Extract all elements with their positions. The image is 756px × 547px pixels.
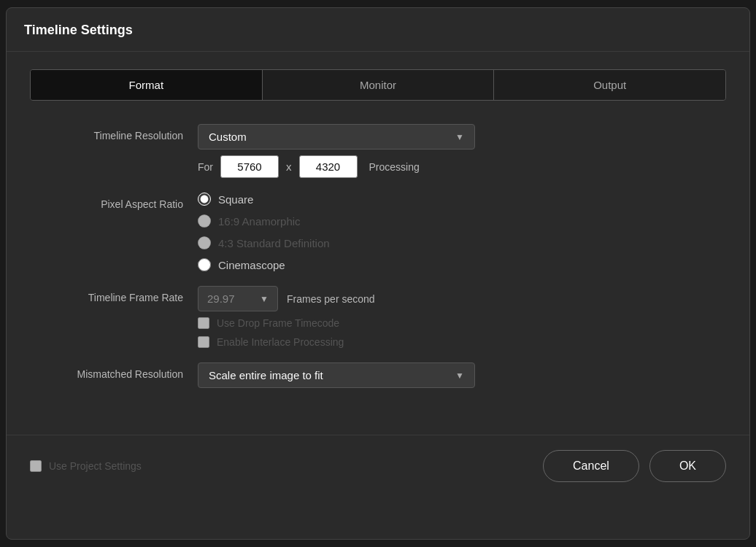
tab-monitor[interactable]: Monitor — [263, 70, 495, 100]
radio-square-input[interactable] — [198, 193, 211, 206]
radio-anamorphic-label: 16:9 Anamorphic — [218, 215, 301, 228]
radio-cinemascope-label: Cinemascope — [218, 259, 285, 271]
radio-square[interactable]: Square — [198, 193, 726, 206]
resolution-x-separator: x — [286, 160, 292, 173]
mismatched-resolution-label: Mismatched Resolution — [30, 362, 198, 380]
radio-square-label: Square — [218, 193, 253, 206]
footer-buttons: Cancel OK — [543, 450, 726, 482]
radio-anamorphic-input — [198, 214, 211, 228]
use-drop-frame-checkbox — [198, 317, 209, 329]
resolution-for-label: For — [198, 161, 213, 173]
dialog-footer: Use Project Settings Cancel OK — [7, 435, 749, 497]
timeline-resolution-row: Timeline Resolution Custom ▼ For x Proce… — [30, 124, 726, 178]
tab-format[interactable]: Format — [31, 70, 263, 100]
radio-standard-def: 4:3 Standard Definition — [198, 236, 726, 249]
frame-rate-value: 29.97 — [207, 292, 235, 305]
use-project-settings-label: Use Project Settings — [49, 460, 142, 472]
ok-button[interactable]: OK — [649, 450, 726, 482]
dialog-title: Timeline Settings — [7, 8, 749, 52]
timeline-frame-rate-controls: 29.97 ▼ Frames per second Use Drop Frame… — [198, 286, 726, 348]
enable-interlace-item: Enable Interlace Processing — [198, 336, 726, 348]
radio-standard-def-label: 4:3 Standard Definition — [218, 237, 330, 249]
tab-output[interactable]: Output — [494, 70, 725, 100]
radio-cinemascope-input[interactable] — [198, 258, 211, 271]
radio-cinemascope[interactable]: Cinemascope — [198, 258, 726, 271]
timeline-frame-rate-label: Timeline Frame Rate — [30, 286, 198, 303]
resolution-width-input[interactable] — [220, 155, 279, 178]
pixel-aspect-ratio-controls: Square 16:9 Anamorphic 4:3 Standard Defi… — [198, 193, 726, 271]
use-project-settings-container: Use Project Settings — [30, 460, 543, 472]
resolution-height-input[interactable] — [299, 155, 358, 178]
frame-rate-dropdown[interactable]: 29.97 ▼ — [198, 286, 278, 311]
cancel-button[interactable]: Cancel — [543, 450, 639, 482]
mismatched-resolution-dropdown[interactable]: Scale entire image to fit ▼ — [198, 362, 475, 388]
pixel-aspect-ratio-row: Pixel Aspect Ratio Square 16:9 Anamorphi… — [30, 193, 726, 271]
resolution-row: For x Processing — [198, 155, 726, 178]
timeline-resolution-value: Custom — [209, 131, 247, 143]
use-drop-frame-item: Use Drop Frame Timecode — [198, 317, 726, 329]
mismatched-resolution-row: Mismatched Resolution Scale entire image… — [30, 362, 726, 388]
mismatched-resolution-controls: Scale entire image to fit ▼ — [198, 362, 726, 388]
pixel-aspect-ratio-label: Pixel Aspect Ratio — [30, 193, 198, 210]
enable-interlace-checkbox — [198, 336, 209, 348]
mismatched-resolution-value: Scale entire image to fit — [209, 369, 323, 381]
dialog-body: Format Monitor Output Timeline Resolutio… — [7, 52, 749, 420]
timeline-resolution-dropdown[interactable]: Custom ▼ — [198, 124, 475, 150]
pixel-aspect-radio-group: Square 16:9 Anamorphic 4:3 Standard Defi… — [198, 193, 726, 271]
frame-rate-row: 29.97 ▼ Frames per second — [198, 286, 726, 311]
tabs: Format Monitor Output — [30, 69, 726, 101]
use-project-settings-checkbox[interactable] — [30, 460, 42, 472]
resolution-processing-label: Processing — [369, 161, 420, 173]
timeline-frame-rate-row: Timeline Frame Rate 29.97 ▼ Frames per s… — [30, 286, 726, 348]
checkbox-group: Use Drop Frame Timecode Enable Interlace… — [198, 317, 726, 348]
frame-rate-dropdown-arrow-icon: ▼ — [260, 294, 269, 304]
dropdown-arrow-icon: ▼ — [455, 132, 464, 142]
use-drop-frame-label: Use Drop Frame Timecode — [217, 317, 339, 329]
mismatched-dropdown-arrow-icon: ▼ — [455, 371, 464, 381]
radio-standard-def-input — [198, 236, 211, 249]
timeline-settings-dialog: Timeline Settings Format Monitor Output … — [6, 7, 750, 540]
timeline-resolution-label: Timeline Resolution — [30, 124, 198, 141]
timeline-resolution-controls: Custom ▼ For x Processing — [198, 124, 726, 178]
frames-per-second-label: Frames per second — [287, 293, 375, 305]
enable-interlace-label: Enable Interlace Processing — [217, 336, 344, 348]
radio-anamorphic: 16:9 Anamorphic — [198, 214, 726, 228]
